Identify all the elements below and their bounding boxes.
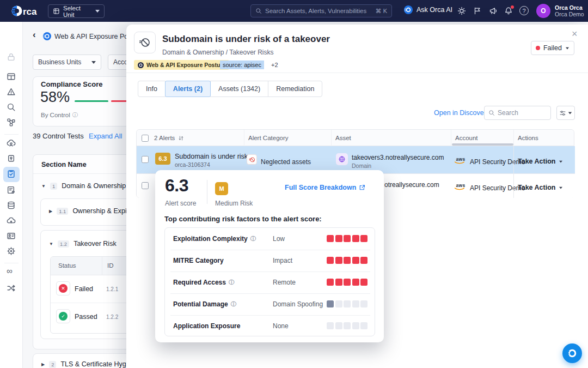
- more-sources-badge[interactable]: +2: [271, 62, 278, 68]
- passed-circle-check-icon: ✓: [56, 309, 70, 323]
- status-failed-button[interactable]: Failed: [531, 41, 574, 55]
- section-row-1[interactable]: ▼ 1 Domain & Ownership /: [41, 182, 130, 190]
- actions-header: Actions: [518, 135, 538, 141]
- alert-score-badge[interactable]: 6.3: [155, 153, 170, 165]
- risk-factor-row: Required Accessⓘ Remote: [165, 272, 375, 293]
- control-status-table: Status ID ✕ Failed 1.2.1 ✓ Passed 1.2.2: [50, 256, 136, 334]
- cloud-group-icon[interactable]: [7, 138, 16, 148]
- user-avatar[interactable]: O: [536, 4, 550, 18]
- posture-badge[interactable]: Web & API Exposure Posture: [134, 60, 229, 70]
- compliance-clipboard-icon[interactable]: [7, 169, 16, 178]
- help-icon[interactable]: ?: [519, 6, 529, 15]
- data-inventory-icon[interactable]: [7, 201, 16, 210]
- risk-factors-heading: Top contributing risk factors to the ale…: [164, 215, 322, 223]
- collapse-caret-icon[interactable]: ▼: [49, 242, 53, 246]
- tab-remediation[interactable]: Remediation: [268, 81, 322, 97]
- divider: [102, 257, 102, 275]
- tab-assets[interactable]: Assets (1342): [210, 81, 268, 97]
- table-row[interactable]: ✕ Failed 1.2.1: [51, 275, 136, 303]
- notification-dot: [511, 5, 514, 9]
- unit-grid-icon: [53, 8, 60, 15]
- locker-icon[interactable]: [7, 154, 16, 163]
- alerts-count-header[interactable]: 2 Alerts: [154, 135, 175, 141]
- user-name: Orca Orca: [555, 5, 583, 11]
- section-row-1-1[interactable]: ▶ 1.1 Ownership & Expiry: [49, 207, 132, 215]
- asset-header[interactable]: Asset: [335, 135, 351, 141]
- chevron-down-icon: [566, 47, 569, 49]
- announcement-icon[interactable]: [489, 7, 498, 15]
- select-unit-dropdown[interactable]: Select Unit: [48, 4, 105, 18]
- medium-risk-badge: M: [215, 182, 228, 195]
- asset-name[interactable]: takeovers3.notreallysecure.com: [352, 154, 444, 161]
- global-search[interactable]: ⌘ K: [250, 4, 392, 17]
- rail-divider: [4, 263, 19, 263]
- section-number: 1.2: [58, 240, 69, 248]
- alerts-search-box[interactable]: [484, 106, 551, 120]
- risk-level-label: Medium Risk: [215, 200, 253, 207]
- expand-caret-icon[interactable]: ▶: [41, 362, 45, 367]
- select-all-checkbox[interactable]: [142, 135, 149, 142]
- take-action-button[interactable]: Take Action: [518, 158, 563, 165]
- orca-logo[interactable]: rca: [11, 4, 41, 18]
- kubernetes-helm-icon[interactable]: [7, 246, 16, 256]
- lock-icon: [7, 52, 16, 62]
- column-settings-button[interactable]: [556, 106, 575, 120]
- theme-sun-icon[interactable]: [457, 7, 466, 15]
- row-checkbox[interactable]: [142, 182, 149, 189]
- row-checkbox[interactable]: [142, 156, 149, 163]
- search-shortcut: ⌘ K: [376, 8, 387, 15]
- flag-icon[interactable]: [473, 7, 482, 15]
- close-icon[interactable]: ×: [572, 29, 578, 39]
- back-button[interactable]: ‹: [33, 30, 36, 40]
- expand-all-link[interactable]: Expand All: [89, 132, 122, 140]
- account-name: API Security Demo: [470, 184, 525, 192]
- orca-assistant-fab[interactable]: [562, 343, 582, 363]
- compliance-score-value: 58%: [40, 89, 70, 106]
- expand-caret-icon[interactable]: ▶: [49, 209, 52, 214]
- business-units-dropdown[interactable]: Business Units: [33, 55, 101, 70]
- discovery-search-icon[interactable]: [7, 102, 16, 112]
- section-row-2[interactable]: ▶ 2 TLS & Certificate Hygie: [41, 360, 131, 368]
- global-search-input[interactable]: [265, 8, 372, 14]
- info-icon[interactable]: ⓘ: [231, 300, 236, 308]
- table-row[interactable]: ✓ Passed 1.2.2: [51, 303, 136, 330]
- section-row-1-2[interactable]: ▼ 1.2 Takeover Risk: [49, 240, 117, 248]
- ask-orca-ai-button[interactable]: Ask Orca AI: [404, 5, 452, 14]
- alerts-triangle-icon[interactable]: [7, 87, 16, 96]
- breadcrumb: Web & API Exposure Pos: [54, 33, 132, 40]
- attack-path-icon[interactable]: [7, 118, 16, 127]
- info-icon: ⓘ: [72, 111, 78, 119]
- sort-icon[interactable]: [178, 135, 184, 141]
- full-score-breakdown-link[interactable]: Full Score Breakdown: [285, 184, 365, 191]
- policy-doc-icon[interactable]: [7, 185, 16, 195]
- account-header[interactable]: Account: [455, 135, 478, 141]
- source-badge[interactable]: source: apisec: [220, 61, 264, 69]
- risk-meter: [327, 322, 367, 329]
- info-icon[interactable]: ⓘ: [250, 235, 256, 243]
- alerts-search-input[interactable]: [498, 109, 547, 117]
- automation-shuffle-icon[interactable]: [7, 283, 16, 293]
- collapse-caret-icon[interactable]: ▼: [41, 184, 46, 189]
- take-action-button[interactable]: Take Action: [518, 184, 563, 191]
- divider: [244, 130, 244, 146]
- dashboard-icon[interactable]: [7, 72, 16, 81]
- horizontal-scrollbar[interactable]: [452, 143, 513, 146]
- section-name-header: Section Name: [41, 161, 87, 168]
- divider: [513, 130, 514, 146]
- cloud-sync-icon[interactable]: [7, 216, 16, 225]
- cicd-infinity-icon[interactable]: ∞: [7, 266, 13, 275]
- alert-row-selected[interactable]: 6.3 Subdomain is under risk ... orca-310…: [137, 146, 575, 173]
- asset-name[interactable]: otreallysecure.com: [384, 181, 439, 189]
- info-icon[interactable]: ⓘ: [229, 279, 234, 286]
- category-header[interactable]: Alert Category: [248, 135, 289, 141]
- divider: [451, 130, 451, 146]
- identity-card-icon[interactable]: [7, 231, 16, 240]
- tab-alerts[interactable]: Alerts (2): [165, 81, 211, 97]
- svg-text:rca: rca: [23, 7, 37, 17]
- alert-row-title[interactable]: Subdomain is under risk ...: [175, 153, 255, 160]
- divider: [207, 180, 207, 204]
- risk-meter: [327, 235, 367, 242]
- alert-type-icon: [134, 32, 156, 53]
- status-table-header: Status ID: [51, 257, 136, 275]
- tab-info[interactable]: Info: [138, 81, 166, 97]
